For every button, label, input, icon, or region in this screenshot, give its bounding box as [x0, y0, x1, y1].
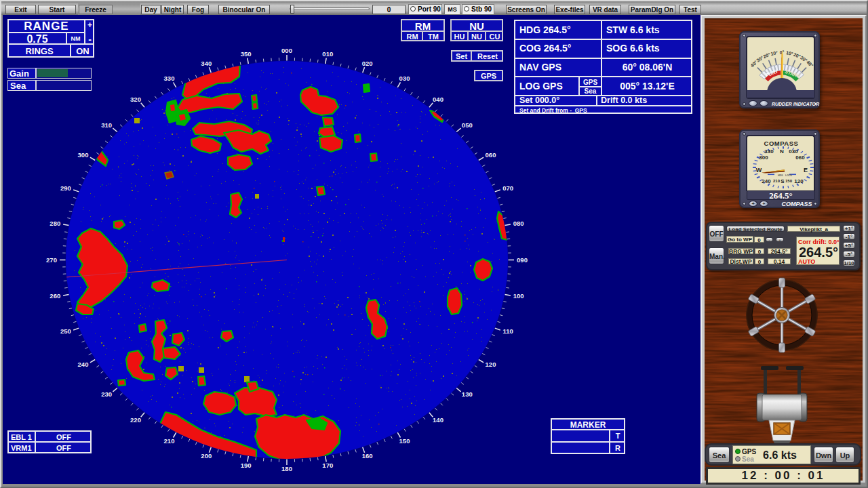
svg-text:030: 030 [399, 75, 410, 82]
svg-text:010: 010 [322, 50, 333, 58]
svg-text:10°: 10° [770, 50, 778, 56]
svg-text:S: S [781, 178, 785, 184]
svg-text:040: 040 [433, 96, 443, 103]
svg-text:LOCK: LOCK [785, 174, 792, 177]
svg-text:020: 020 [362, 60, 373, 67]
svg-text:080: 080 [513, 220, 524, 227]
svg-text:300: 300 [759, 155, 768, 161]
svg-text:050: 050 [462, 121, 473, 129]
svg-text:130: 130 [462, 390, 473, 398]
svg-text:300: 300 [78, 151, 89, 159]
svg-text:E: E [804, 167, 808, 174]
svg-text:270: 270 [46, 256, 57, 264]
svg-text:320: 320 [130, 96, 141, 103]
svg-text:240: 240 [762, 178, 771, 184]
svg-text:150: 150 [399, 437, 410, 445]
svg-text:120: 120 [794, 178, 804, 184]
svg-text:HDG: HDG [778, 174, 783, 177]
svg-text:COMPASS: COMPASS [764, 140, 799, 147]
svg-text:330: 330 [164, 75, 175, 82]
svg-text:000: 000 [281, 47, 292, 54]
svg-text:100: 100 [513, 292, 524, 300]
svg-text:030: 030 [789, 148, 798, 155]
svg-text:160: 160 [362, 452, 373, 460]
svg-text:090: 090 [517, 256, 528, 264]
svg-text:190: 190 [241, 462, 252, 469]
svg-text:40°: 40° [806, 60, 814, 68]
svg-text:110: 110 [502, 327, 513, 335]
svg-text:330: 330 [764, 148, 774, 155]
svg-text:140: 140 [433, 416, 443, 424]
svg-text:230: 230 [101, 390, 112, 398]
svg-text:340: 340 [201, 60, 212, 67]
svg-text:290: 290 [60, 184, 71, 192]
svg-text:170: 170 [322, 462, 333, 469]
svg-text:240: 240 [78, 361, 89, 368]
svg-text:150: 150 [785, 179, 793, 183]
svg-text:220: 220 [130, 416, 141, 424]
svg-text:200: 200 [201, 452, 212, 460]
svg-text:060: 060 [795, 155, 805, 161]
svg-text:N: N [780, 148, 784, 155]
svg-text:210: 210 [773, 179, 781, 183]
svg-text:120: 120 [486, 361, 496, 368]
svg-text:350: 350 [241, 50, 252, 58]
svg-text:280: 280 [50, 220, 60, 227]
svg-text:310: 310 [101, 121, 112, 129]
svg-text:W: W [756, 167, 762, 174]
svg-text:250: 250 [60, 327, 71, 335]
svg-text:260: 260 [50, 292, 60, 300]
svg-text:210: 210 [164, 437, 175, 445]
svg-text:060: 060 [486, 151, 496, 159]
svg-text:180: 180 [281, 465, 292, 472]
svg-text:070: 070 [502, 184, 513, 192]
